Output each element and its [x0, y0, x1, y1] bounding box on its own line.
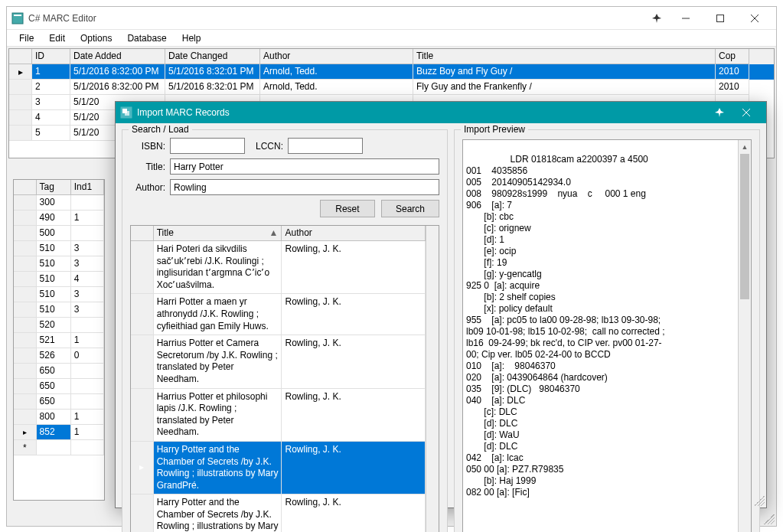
col-author[interactable]: Author: [260, 49, 413, 64]
lccn-label: LCCN:: [250, 141, 283, 152]
result-row[interactable]: Harri Potter a maen yr athronydd /J.K. R…: [131, 294, 426, 335]
tag-row[interactable]: 500: [14, 226, 104, 241]
menu-options[interactable]: Options: [73, 31, 119, 45]
tag-row[interactable]: [14, 440, 104, 455]
search-button[interactable]: Search: [381, 200, 439, 217]
record-row[interactable]: ▸ 1 5/1/2016 8:32:00 PM 5/1/2016 8:32:01…: [9, 64, 774, 80]
col-date-added[interactable]: Date Added: [70, 49, 165, 64]
isbn-input[interactable]: [170, 138, 245, 154]
result-row[interactable]: Harrius Potter et philosophi lapis /J.K.…: [131, 389, 426, 442]
close-button[interactable]: [737, 8, 772, 29]
dialog-titlebar: Import MARC Records: [116, 102, 766, 123]
isbn-label: ISBN:: [130, 141, 165, 152]
svg-rect-1: [14, 15, 21, 16]
svg-rect-8: [125, 111, 129, 116]
col-id[interactable]: ID: [32, 49, 70, 64]
tag-row[interactable]: 510 3: [14, 302, 104, 318]
dialog-close-button[interactable]: [731, 102, 762, 123]
search-panel-title: Search / Load: [129, 124, 192, 135]
title-label: Title:: [130, 162, 165, 172]
tag-row[interactable]: 520: [14, 318, 104, 333]
preview-panel-title: Import Preview: [461, 124, 528, 135]
tag-row[interactable]: 510 3: [14, 256, 104, 272]
scroll-thumb[interactable]: [740, 154, 749, 299]
pin-icon[interactable]: [645, 14, 668, 23]
tags-grid[interactable]: Tag Ind1 300 490 1 500 510 3 510 3 510 4…: [13, 179, 105, 501]
tag-row[interactable]: 510 3: [14, 241, 104, 256]
tag-row[interactable]: 800 1: [14, 410, 104, 425]
col-title[interactable]: Title: [413, 49, 716, 64]
tag-row[interactable]: 300: [14, 195, 104, 211]
app-icon: [11, 12, 24, 24]
results-col-author[interactable]: Author: [282, 226, 426, 241]
author-input[interactable]: [170, 179, 439, 195]
col-ind1[interactable]: Ind1: [71, 180, 104, 195]
col-date-changed[interactable]: Date Changed: [165, 49, 260, 64]
menu-edit[interactable]: Edit: [41, 31, 73, 45]
svg-rect-3: [716, 15, 723, 21]
import-dialog: Import MARC Records Search / Load ISBN: …: [115, 101, 767, 508]
results-grid[interactable]: Title ▲ Author Hari Poteri da sikvdilis …: [130, 225, 439, 532]
menu-file[interactable]: File: [11, 31, 41, 45]
record-row[interactable]: 2 5/1/2016 8:32:00 PM 5/1/2016 8:32:01 P…: [9, 80, 774, 95]
tag-row[interactable]: 650: [14, 364, 104, 379]
result-row[interactable]: Harry Potter and the Chamber of Secrets …: [131, 494, 426, 532]
tag-row[interactable]: 510 4: [14, 272, 104, 287]
tag-row[interactable]: 852 1: [14, 425, 104, 440]
author-label: Author:: [130, 182, 165, 193]
col-copyright[interactable]: Cop: [716, 49, 749, 64]
preview-panel: Import Preview LDR 01818cam a2200397 a 4…: [454, 129, 760, 532]
menu-database[interactable]: Database: [119, 31, 174, 45]
results-scrollbar[interactable]: [426, 226, 439, 532]
col-tag[interactable]: Tag: [37, 180, 71, 195]
menubar: File Edit Options Database Help: [7, 30, 776, 47]
preview-scrollbar[interactable]: ▲ ▼: [738, 140, 751, 532]
title-input[interactable]: [170, 158, 439, 175]
dialog-resize-grip[interactable]: [754, 495, 765, 506]
maximize-button[interactable]: [703, 8, 737, 29]
results-col-title[interactable]: Title ▲: [154, 226, 282, 241]
menu-help[interactable]: Help: [175, 31, 209, 45]
tag-row[interactable]: 526 0: [14, 348, 104, 364]
scroll-up-icon[interactable]: ▲: [739, 140, 751, 153]
minimize-button[interactable]: [668, 8, 703, 29]
dialog-pin-icon[interactable]: [708, 108, 731, 117]
tag-row[interactable]: 650: [14, 394, 104, 410]
preview-text[interactable]: LDR 01818cam a2200397 a 4500 001 4035856…: [462, 139, 752, 532]
tag-row[interactable]: 510 3: [14, 287, 104, 302]
main-title: C# MARC Editor: [28, 13, 645, 24]
tag-row[interactable]: 521 1: [14, 333, 104, 348]
search-panel: Search / Load ISBN: LCCN: Title: Author:…: [122, 129, 448, 532]
result-row[interactable]: Hari Poteri da sikvdilis sačʼukʼrebi /J.…: [131, 241, 426, 294]
lccn-input[interactable]: [288, 138, 363, 154]
main-titlebar: C# MARC Editor: [7, 7, 776, 30]
reset-button[interactable]: Reset: [320, 200, 375, 217]
tag-row[interactable]: 650: [14, 379, 104, 394]
dialog-icon: [120, 106, 132, 119]
result-row[interactable]: ▸ Harry Potter and the Chamber of Secret…: [131, 442, 426, 494]
tag-row[interactable]: 490 1: [14, 211, 104, 226]
result-row[interactable]: Harrius Potter et Camera Secretorum /by …: [131, 335, 426, 388]
dialog-title: Import MARC Records: [137, 107, 708, 118]
